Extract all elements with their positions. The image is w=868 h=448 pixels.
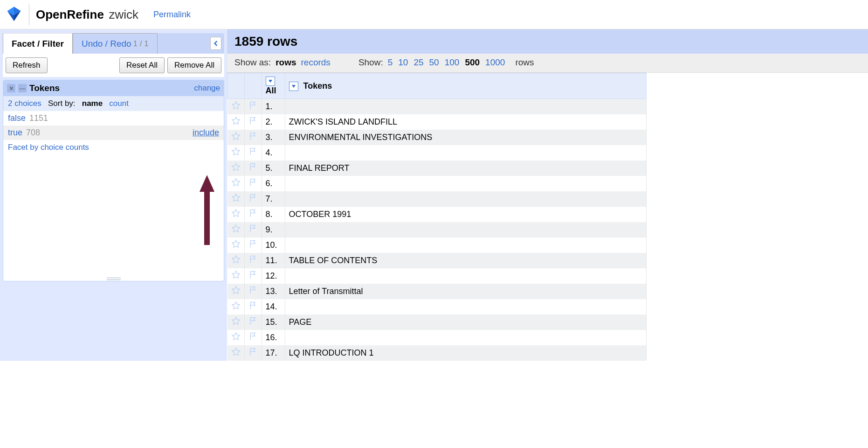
table-row: 9. [227,222,647,238]
cell-tokens[interactable]: Letter of Transmittal [285,284,647,299]
flag-toggle[interactable] [244,207,262,222]
flag-toggle[interactable] [244,284,262,299]
flag-toggle[interactable] [244,222,262,238]
page-size-option[interactable]: 500 [465,57,480,67]
facet-minimize-button[interactable]: — [18,84,27,92]
show-as-records[interactable]: records [301,57,331,68]
star-toggle[interactable] [227,222,245,238]
app-logo-icon [6,5,22,24]
facet-actions: Refresh Reset All Remove All [3,54,224,77]
cell-tokens[interactable] [285,145,647,161]
flag-icon [248,164,258,174]
star-toggle[interactable] [227,145,245,161]
cell-tokens[interactable] [285,299,647,315]
facet-choice-value[interactable]: true [8,128,22,138]
page-size-option[interactable]: 25 [413,57,423,67]
flag-toggle[interactable] [244,345,262,361]
cell-tokens[interactable] [285,99,647,115]
row-index: 5. [262,161,285,176]
star-toggle[interactable] [227,315,245,330]
star-toggle[interactable] [227,99,245,115]
flag-icon [248,195,258,204]
cell-tokens[interactable]: OCTOBER 1991 [285,207,647,222]
remove-all-button[interactable]: Remove All [167,57,221,73]
refresh-button[interactable]: Refresh [6,57,48,73]
show-as-rows[interactable]: rows [276,57,296,68]
flag-toggle[interactable] [244,253,262,268]
flag-toggle[interactable] [244,145,262,161]
flag-icon [248,133,258,143]
page-size-option[interactable]: 10 [398,57,408,67]
flag-toggle[interactable] [244,191,262,207]
column-menu-all[interactable] [266,77,275,86]
star-icon [231,118,241,127]
page-size-option[interactable]: 50 [429,57,439,67]
cell-tokens[interactable]: TABLE OF CONTENTS [285,253,647,268]
facet-change-link[interactable]: change [194,84,220,93]
col-all-label: All [266,86,276,95]
row-index: 3. [262,130,285,145]
flag-toggle[interactable] [244,330,262,345]
flag-toggle[interactable] [244,299,262,315]
facet-close-button[interactable]: ✕ [7,84,15,92]
sort-by-count[interactable]: count [109,99,129,108]
star-toggle[interactable] [227,238,245,253]
star-icon [231,272,241,281]
star-toggle[interactable] [227,253,245,268]
flag-toggle[interactable] [244,130,262,145]
flag-toggle[interactable] [244,161,262,176]
star-toggle[interactable] [227,284,245,299]
star-toggle[interactable] [227,191,245,207]
facet-choice[interactable]: false1151 [3,111,224,126]
undo-redo-count: 1 / 1 [133,39,149,49]
table-row: 16. [227,330,647,345]
page-size-option[interactable]: 1000 [485,57,505,67]
cell-tokens[interactable]: LQ INTRODUCTION 1 [285,345,647,361]
page-size-option[interactable]: 5 [388,57,393,67]
star-toggle[interactable] [227,207,245,222]
star-toggle[interactable] [227,114,245,130]
cell-tokens[interactable] [285,222,647,238]
tab-undo-redo[interactable]: Undo / Redo 1 / 1 [73,33,158,54]
star-icon [231,133,241,143]
star-toggle[interactable] [227,130,245,145]
flag-toggle[interactable] [244,315,262,330]
cell-tokens[interactable]: ZWICK'S ISLAND LANDFILL [285,114,647,130]
star-icon [231,210,241,220]
facet-choice-value[interactable]: false [8,113,26,123]
page-size-option[interactable]: 100 [445,57,460,67]
collapse-left-panel-button[interactable] [210,37,221,50]
star-toggle[interactable] [227,161,245,176]
facet-by-choice-counts-link[interactable]: Facet by choice counts [3,140,224,155]
cell-tokens[interactable]: PAGE [285,315,647,330]
tab-facet-filter[interactable]: Facet / Filter [3,33,73,54]
star-toggle[interactable] [227,299,245,315]
sort-by-name[interactable]: name [82,99,103,108]
flag-toggle[interactable] [244,99,262,115]
facet-resize-grip[interactable] [3,276,224,281]
column-menu-tokens[interactable] [289,82,298,91]
cell-tokens[interactable] [285,268,647,284]
star-icon [231,318,241,328]
facet-include-link[interactable]: include [193,128,219,138]
star-toggle[interactable] [227,345,245,361]
star-toggle[interactable] [227,268,245,284]
reset-all-button[interactable]: Reset All [119,57,165,73]
facet-choice-count: 708 [26,128,40,138]
flag-toggle[interactable] [244,238,262,253]
facet-choice[interactable]: true708include [3,126,224,140]
cell-tokens[interactable]: ENVIRONMENTAL INVESTIGATIONS [285,130,647,145]
flag-toggle[interactable] [244,114,262,130]
star-toggle[interactable] [227,330,245,345]
cell-tokens[interactable]: FINAL REPORT [285,161,647,176]
cell-tokens[interactable] [285,191,647,207]
cell-tokens[interactable] [285,176,647,191]
facet-choices-count[interactable]: 2 choices [8,99,41,108]
star-toggle[interactable] [227,176,245,191]
table-row: 10. [227,238,647,253]
cell-tokens[interactable] [285,330,647,345]
flag-toggle[interactable] [244,268,262,284]
cell-tokens[interactable] [285,238,647,253]
permalink-link[interactable]: Permalink [153,10,191,20]
flag-toggle[interactable] [244,176,262,191]
